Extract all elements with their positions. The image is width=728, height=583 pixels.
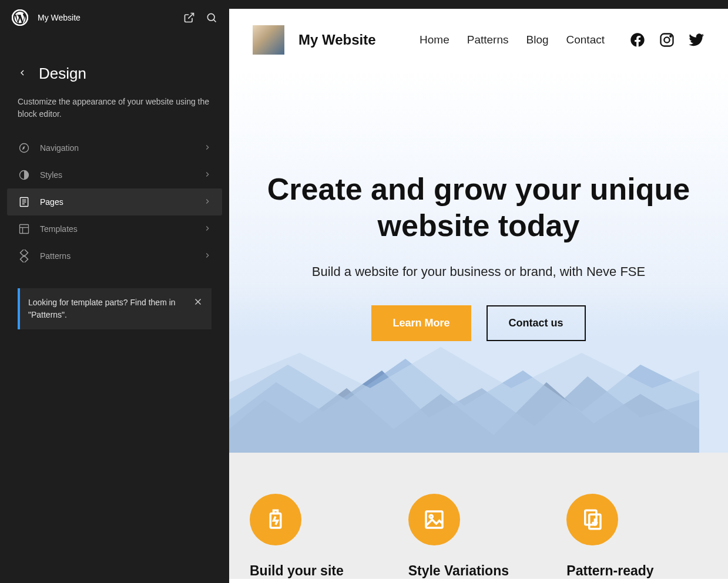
hero-subtitle[interactable]: Build a website for your business or bra… [312, 264, 645, 279]
section-header: Design [0, 35, 229, 89]
svg-line-3 [214, 20, 216, 22]
feature-title[interactable]: Style Variations [408, 563, 549, 579]
nav-item-pages[interactable]: Pages [7, 188, 222, 215]
nav-label: Navigation [40, 143, 194, 153]
copy-icon [566, 494, 618, 545]
menu-item-home[interactable]: Home [420, 33, 449, 46]
hero-section: Create and grow your unique website toda… [229, 71, 728, 453]
layout-icon [18, 223, 31, 235]
nav-item-templates[interactable]: Templates [7, 215, 222, 242]
svg-point-19 [664, 37, 669, 42]
site-menu: Home Patterns Blog Contact [420, 33, 605, 46]
preview-site-title[interactable]: My Website [298, 32, 405, 48]
twitter-icon[interactable] [688, 32, 704, 48]
chevron-right-icon [203, 251, 212, 261]
nav-label: Patterns [40, 251, 194, 261]
svg-rect-23 [426, 511, 442, 528]
svg-line-1 [188, 14, 193, 19]
nav-label: Templates [40, 224, 194, 234]
social-icons [629, 32, 704, 48]
hero-buttons: Learn More Contact us [371, 305, 585, 341]
contrast-icon [18, 169, 31, 181]
nav-label: Styles [40, 170, 194, 180]
feature-title[interactable]: Build your site [250, 563, 391, 579]
feature-style: Style Variations [408, 494, 549, 579]
svg-point-2 [207, 14, 214, 21]
svg-point-20 [670, 35, 671, 36]
chevron-right-icon [203, 170, 212, 180]
search-icon[interactable] [206, 12, 217, 23]
battery-icon [250, 494, 301, 545]
sidebar-topbar: My Website [0, 0, 229, 35]
learn-more-button[interactable]: Learn More [371, 305, 471, 341]
site-logo[interactable] [253, 25, 284, 55]
close-icon[interactable] [193, 296, 203, 321]
chevron-right-icon [203, 143, 212, 153]
section-description: Customize the appearance of your website… [0, 89, 229, 134]
features-section: Build your site Style Variations Pattern… [229, 453, 728, 579]
svg-marker-5 [22, 146, 25, 150]
compass-icon [18, 141, 31, 154]
nav-item-styles[interactable]: Styles [7, 161, 222, 188]
chevron-right-icon [203, 224, 212, 234]
svg-rect-22 [274, 510, 278, 513]
notice-text: Looking for template parts? Find them in… [28, 296, 186, 321]
svg-point-24 [430, 515, 432, 518]
site-header: My Website Home Patterns Blog Contact [229, 9, 728, 71]
instagram-icon[interactable] [659, 32, 675, 48]
image-icon [408, 494, 460, 545]
nav-item-navigation[interactable]: Navigation [7, 134, 222, 161]
preview-container: My Website Home Patterns Blog Contact [229, 0, 728, 583]
nav-label: Pages [40, 197, 194, 207]
design-nav-list: Navigation Styles Pages [0, 134, 229, 269]
mountains-graphic [229, 323, 699, 453]
feature-build: Build your site [250, 494, 391, 579]
nav-item-patterns[interactable]: Patterns [7, 242, 222, 269]
diamond-icon [18, 250, 31, 262]
hero-heading[interactable]: Create and grow your unique website toda… [267, 171, 690, 244]
page-icon [18, 196, 31, 208]
template-parts-notice: Looking for template parts? Find them in… [18, 288, 212, 329]
site-preview[interactable]: My Website Home Patterns Blog Contact [229, 9, 728, 583]
facebook-icon[interactable] [629, 32, 646, 48]
open-site-icon[interactable] [183, 12, 195, 23]
chevron-right-icon [203, 197, 212, 207]
wordpress-logo-icon[interactable] [12, 9, 28, 26]
site-name[interactable]: My Website [38, 13, 174, 22]
svg-rect-11 [20, 225, 29, 234]
back-button[interactable] [18, 68, 27, 80]
section-title: Design [39, 65, 86, 83]
contact-us-button[interactable]: Contact us [487, 305, 586, 341]
menu-item-patterns[interactable]: Patterns [467, 33, 509, 46]
menu-item-blog[interactable]: Blog [526, 33, 548, 46]
feature-pattern: Pattern-ready [566, 494, 707, 579]
editor-sidebar: My Website Design Customize the appearan… [0, 0, 229, 583]
feature-title[interactable]: Pattern-ready [566, 563, 707, 579]
menu-item-contact[interactable]: Contact [566, 33, 605, 46]
